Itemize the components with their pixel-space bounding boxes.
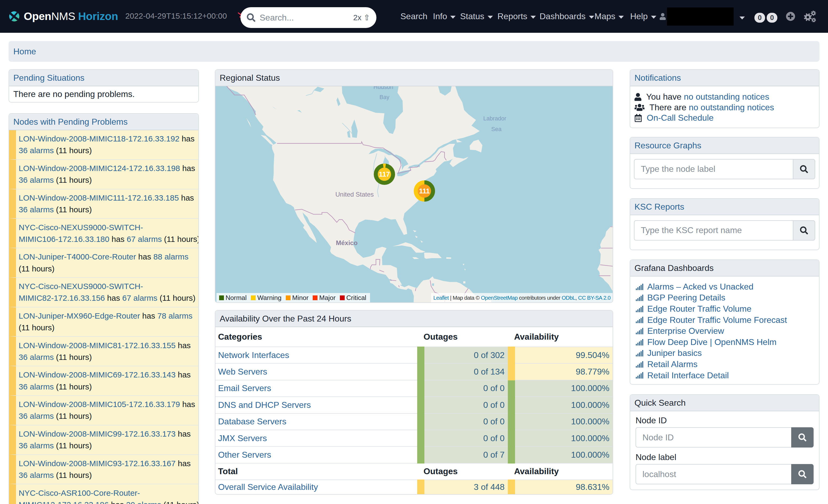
svg-text:111: 111 — [419, 187, 430, 195]
svg-text:117: 117 — [379, 171, 390, 178]
svg-text:México: México — [336, 239, 358, 246]
svg-text:United States: United States — [335, 191, 374, 198]
svg-text:Sea: Sea — [491, 126, 502, 132]
svg-text:Labrador: Labrador — [483, 115, 506, 122]
svg-text:Hudson: Hudson — [373, 86, 393, 90]
svg-text:Bay: Bay — [379, 94, 389, 100]
